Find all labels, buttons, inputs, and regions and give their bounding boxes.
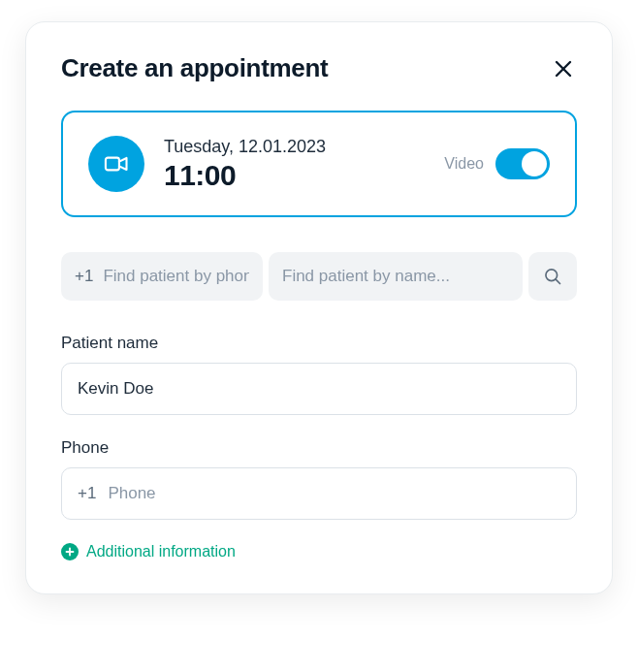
patient-name-input[interactable]	[61, 363, 577, 415]
search-button[interactable]	[528, 252, 577, 301]
search-name-wrap	[269, 252, 523, 301]
patient-name-group: Patient name	[61, 334, 577, 415]
phone-label: Phone	[61, 438, 577, 458]
phone-prefix: +1	[78, 484, 96, 503]
video-circle	[88, 136, 144, 192]
datetime-card: Tuesday, 12.01.2023 11:00 Video	[61, 111, 577, 217]
phone-input[interactable]	[108, 484, 560, 503]
plus-circle-icon	[61, 543, 79, 560]
additional-information-button[interactable]: Additional information	[61, 543, 577, 560]
search-icon	[543, 267, 562, 286]
search-name-input[interactable]	[282, 267, 509, 286]
video-toggle[interactable]	[495, 148, 550, 179]
patient-name-label: Patient name	[61, 334, 577, 353]
svg-line-4	[556, 279, 560, 284]
appointment-time: 11:00	[164, 159, 425, 192]
video-camera-icon	[103, 150, 130, 177]
video-toggle-label: Video	[444, 155, 484, 173]
svg-rect-2	[106, 158, 119, 171]
modal-title: Create an appointment	[61, 53, 328, 83]
search-phone-input[interactable]	[103, 267, 249, 286]
phone-group: Phone +1	[61, 438, 577, 520]
search-phone-prefix: +1	[75, 267, 93, 286]
close-button[interactable]	[550, 55, 577, 82]
appointment-date: Tuesday, 12.01.2023	[164, 137, 425, 157]
search-phone-wrap: +1	[61, 252, 263, 301]
additional-information-label: Additional information	[86, 543, 236, 560]
patient-search-row: +1	[61, 252, 577, 301]
datetime-text: Tuesday, 12.01.2023 11:00	[164, 137, 425, 192]
modal-header: Create an appointment	[61, 53, 577, 83]
video-toggle-group: Video	[444, 148, 550, 179]
toggle-knob	[522, 151, 547, 176]
phone-input-wrap: +1	[61, 467, 577, 520]
close-icon	[554, 59, 573, 79]
create-appointment-modal: Create an appointment Tuesday, 12.01.202…	[25, 21, 613, 594]
